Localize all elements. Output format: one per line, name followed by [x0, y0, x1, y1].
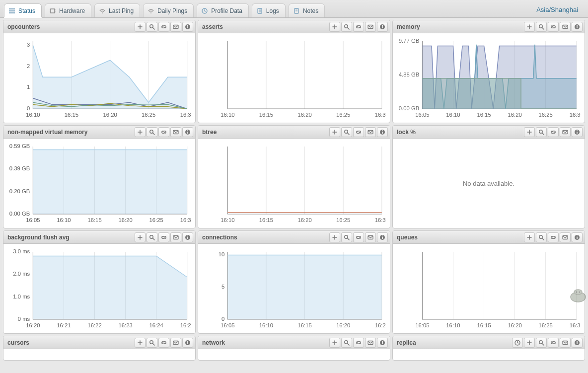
zoom-button[interactable]: [536, 338, 547, 348]
plus-icon: [526, 340, 532, 346]
info-button[interactable]: [377, 22, 388, 32]
link-button[interactable]: [353, 232, 364, 242]
svg-text:16:30: 16:30: [375, 112, 386, 118]
mail-icon: [368, 24, 373, 30]
mail-button[interactable]: [170, 232, 181, 242]
svg-text:16:21: 16:21: [57, 322, 71, 328]
mail-button[interactable]: [170, 22, 181, 32]
info-button[interactable]: [377, 338, 388, 348]
svg-text:0: 0: [221, 316, 224, 322]
zoom-button[interactable]: [341, 232, 352, 242]
svg-point-118: [577, 130, 578, 131]
info-button[interactable]: [182, 338, 193, 348]
panel-title: queues: [397, 234, 418, 241]
tab-daily-pings[interactable]: Daily Pings: [143, 3, 194, 17]
assistant-icon[interactable]: [568, 287, 588, 304]
svg-text:16:25: 16:25: [336, 217, 350, 223]
svg-text:16:20: 16:20: [508, 322, 521, 328]
plus-button[interactable]: [329, 22, 340, 32]
panel-body: 16:1016:1516:2016:2516:300123: [3, 33, 195, 123]
mail-button[interactable]: [365, 127, 376, 137]
panel-toolbar: [135, 127, 193, 137]
tab-hardware[interactable]: Hardware: [45, 3, 91, 17]
plus-button[interactable]: [135, 232, 146, 242]
mail-button[interactable]: [560, 127, 571, 137]
plus-button[interactable]: [524, 232, 535, 242]
mail-button[interactable]: [170, 338, 181, 348]
info-button[interactable]: [377, 232, 388, 242]
link-button[interactable]: [548, 127, 559, 137]
mail-button[interactable]: [365, 232, 376, 242]
plus-button[interactable]: [524, 22, 535, 32]
mail-button[interactable]: [560, 338, 571, 348]
svg-text:16:10: 16:10: [220, 112, 234, 118]
zoom-button[interactable]: [536, 127, 547, 137]
tab-status[interactable]: Status: [4, 3, 42, 17]
zoom-button[interactable]: [147, 232, 157, 242]
panel-header: btree: [198, 126, 390, 139]
plus-button[interactable]: [135, 338, 146, 348]
svg-text:16:05: 16:05: [220, 322, 234, 328]
mail-button[interactable]: [365, 338, 376, 348]
panel-title: connections: [202, 234, 237, 241]
info-button[interactable]: [572, 232, 583, 242]
info-button[interactable]: [572, 22, 583, 32]
info-button[interactable]: [182, 22, 193, 32]
info-button[interactable]: [572, 338, 583, 348]
link-button[interactable]: [353, 22, 364, 32]
link-button[interactable]: [548, 22, 559, 32]
panel-header: queues: [393, 231, 585, 244]
link-button[interactable]: [158, 232, 169, 242]
zoom-button[interactable]: [341, 338, 352, 348]
tab-logs[interactable]: Logs: [252, 3, 286, 17]
plus-button[interactable]: [329, 127, 340, 137]
zoom-button[interactable]: [147, 127, 157, 137]
timezone-label[interactable]: Asia/Shanghai: [530, 6, 584, 13]
plus-button[interactable]: [329, 338, 340, 348]
svg-rect-123: [187, 237, 188, 239]
chart-queues: 16:0516:1016:1516:2016:2516:30: [397, 248, 581, 329]
panel-body: 16:0516:1016:1516:2016:250510: [198, 244, 390, 333]
svg-line-185: [348, 343, 350, 345]
clock-button[interactable]: [512, 338, 523, 348]
info-button[interactable]: [182, 127, 193, 137]
panel-body: 16:0516:1016:1516:2016:2516:30: [393, 244, 585, 333]
zoom-button[interactable]: [147, 22, 157, 32]
info-button[interactable]: [572, 127, 583, 137]
mail-button[interactable]: [170, 127, 181, 137]
mail-button[interactable]: [365, 22, 376, 32]
svg-text:3.0 ms: 3.0 ms: [13, 248, 30, 254]
link-button[interactable]: [158, 22, 169, 32]
plus-button[interactable]: [524, 127, 535, 137]
tab-notes[interactable]: Notes: [289, 3, 325, 17]
plus-button[interactable]: [135, 127, 146, 137]
link-button[interactable]: [353, 338, 364, 348]
plus-button[interactable]: [329, 232, 340, 242]
tab-last-ping[interactable]: Last Ping: [94, 3, 140, 17]
plus-button[interactable]: [135, 22, 146, 32]
plus-icon: [526, 129, 532, 135]
link-button[interactable]: [548, 338, 559, 348]
zoom-button[interactable]: [341, 127, 352, 137]
zoom-button[interactable]: [536, 22, 547, 32]
panel-bgflush: background flush avg16:2016:2116:2216:23…: [3, 230, 196, 334]
zoom-button[interactable]: [536, 232, 547, 242]
link-button[interactable]: [158, 338, 169, 348]
zoom-button[interactable]: [147, 338, 157, 348]
svg-point-43: [382, 25, 383, 26]
zoom-button[interactable]: [341, 22, 352, 32]
link-button[interactable]: [353, 127, 364, 137]
svg-point-146: [382, 235, 383, 236]
link-button[interactable]: [158, 127, 169, 137]
link-button[interactable]: [548, 232, 559, 242]
doc-icon: [293, 7, 300, 14]
info-button[interactable]: [182, 232, 193, 242]
info-button[interactable]: [377, 127, 388, 137]
zoom-icon: [538, 340, 544, 346]
mail-button[interactable]: [560, 232, 571, 242]
zoom-icon: [344, 129, 350, 135]
panel-toolbar: [524, 127, 583, 137]
tab-profile-data[interactable]: Profile Data: [197, 3, 249, 17]
plus-button[interactable]: [524, 338, 535, 348]
mail-button[interactable]: [560, 22, 571, 32]
